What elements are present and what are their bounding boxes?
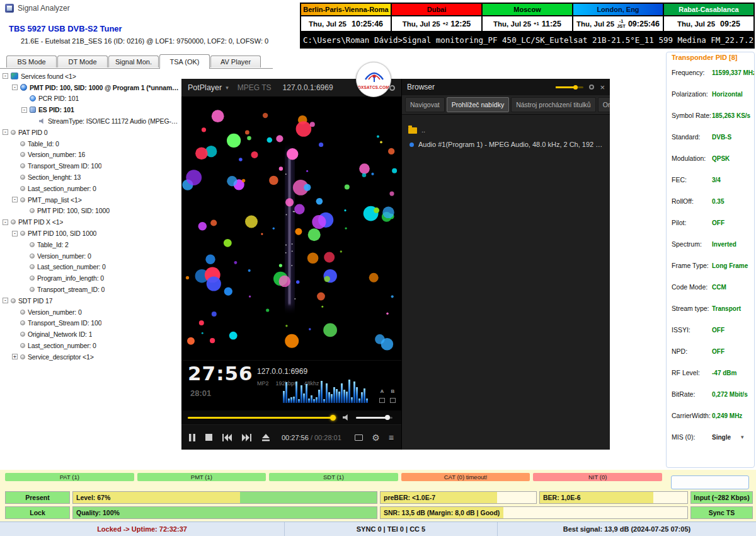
tab-av-player[interactable]: AV Player [210,55,261,67]
browser-audio-item[interactable]: Audio #1(Program 1) - MPEG Audio, 48.0 k… [408,138,604,151]
tree-node-icon [39,119,45,124]
tab-tsa-ok-[interactable]: TSA (OK) [159,54,210,69]
previous-button[interactable] [222,434,232,441]
browser-volume-slider[interactable] [556,86,583,88]
statusbar-best-signal: Best signal: 13,9 dB (2024-07-25 07:05) [498,522,756,536]
playlist-menu-icon[interactable]: ≡ [389,433,394,442]
tree-expander[interactable]: + [12,354,18,359]
folder-up-label: .. [421,126,425,134]
tree-node[interactable]: Version_number: 0 [3,306,181,318]
tree-node[interactable]: Version_number: 0 [3,250,181,262]
player-app-name[interactable]: PotPlayer [188,83,222,92]
tree-expander[interactable]: - [12,197,18,202]
tree-node-icon [20,163,25,168]
tree-node[interactable]: Version_number: 16 [3,149,181,161]
tree-expander[interactable]: - [3,298,8,303]
transponder-label: CarrierWidth: [672,412,712,419]
tab-signal-mon-[interactable]: Signal Mon. [108,55,159,67]
volume-knob[interactable] [385,415,390,420]
clock-datetime: Thu, Jul 25 10:25:46 [301,16,391,31]
tree-expander[interactable]: - [12,84,18,90]
chevron-down-icon[interactable]: ▾ [226,84,229,91]
tree-node-label: Transport_Stream ID: 100 [28,162,101,170]
tree-node[interactable]: Table_Id: 2 [3,239,181,250]
fullscreen-icon[interactable] [390,398,396,403]
browser-tab[interactable]: Navigovat [405,97,445,112]
dropdown-arrow-icon[interactable]: ▾ [741,434,744,440]
next-button[interactable] [242,434,251,441]
stop-button[interactable] [205,434,212,441]
world-clock-panel: Berlin-Paris-Vienna-Roma Thu, Jul 25 10:… [300,3,755,49]
tree-node[interactable]: Last_section_number: 0 [3,262,181,273]
b-chip-icon[interactable]: B [391,389,395,394]
tree-expander[interactable]: - [3,73,8,79]
pin-icon[interactable] [389,85,395,91]
tree-expander[interactable]: - [3,129,8,135]
dxsatcs-logo: DXSATCS.COM [356,62,391,97]
folder-up-row[interactable]: .. [408,124,604,136]
tree-node[interactable]: - PAT PID 0 [3,127,181,138]
status-meter: SNR: 13,5 dB (Margin: 8,0 dB | Good) [380,506,688,519]
eject-button[interactable] [261,434,270,441]
video-output-icon[interactable] [355,434,363,441]
a-chip-icon[interactable]: A [381,389,384,394]
tree-node[interactable]: - PMT PID 100, SID 1000 [3,228,181,239]
status-flag-label: Sync TS [709,509,735,516]
tree-node[interactable]: Transport_stream_ID: 0 [3,284,181,295]
tree-node-label: StreamType: ISO/IEC 11172 Audio (MPEG-1)… [48,117,181,125]
tree-node[interactable]: Transport_Stream ID: 100 [3,318,181,329]
browser-tab[interactable]: Prohlížeč nabídky [447,97,509,112]
browser-titlebar[interactable]: Browser × [402,79,610,95]
tree-node[interactable]: Last_section_number: 0 [3,183,181,194]
transponder-row: Polarization: Horizontal [672,83,749,105]
tree-expander[interactable]: - [3,219,8,225]
clock-date: Thu, Jul 25 [309,20,346,28]
seek-bar[interactable] [188,417,336,419]
tree-node-icon [30,242,35,247]
clock-utc-offset: +2 [443,21,449,26]
status-flag: Input (~282 Kbps) [690,491,753,504]
pause-button[interactable] [189,434,195,441]
browser-tab[interactable]: Nástroj procházení titulků [511,97,595,112]
transponder-row[interactable]: MIS (0): Single ▾ [672,426,749,448]
display-mode-icon[interactable] [379,398,385,403]
tree-node[interactable]: + Service_descriptor <1> [3,351,181,363]
close-icon[interactable]: × [600,83,605,91]
tree-node[interactable]: - PMT PID X <1> [3,216,181,228]
tree-node[interactable]: Last_section_number: 0 [3,340,181,351]
tree-node[interactable]: Table_Id: 0 [3,138,181,149]
tree-node[interactable]: - Services found <1> [3,71,181,82]
tree-node[interactable]: - SDT PID 17 [3,295,181,306]
player-visualization[interactable] [181,96,401,360]
tree-node[interactable]: Original_Network ID: 1 [3,329,181,340]
transponder-label: Pilot: [672,219,712,226]
pin-icon[interactable] [589,84,594,90]
tree-node[interactable]: - PMT PID: 100, SID: 1000 @ Program 1 (*… [3,82,181,93]
clock-utc-offset: +1 [534,21,539,26]
terminal-line[interactable]: C:\Users\Roman Dávid>Signal monitoring_P… [301,32,753,47]
status-meter: BER: 1,0E-6 [539,491,688,504]
tree-node-icon [20,320,25,325]
browser-items: Audio #1(Program 1) - MPEG Audio, 48.0 k… [408,138,604,151]
tree-node[interactable]: PMT PID: 100, SID: 1000 [3,206,181,217]
tree-expander[interactable]: - [12,231,18,236]
tree-node[interactable]: Program_info_length: 0 [3,272,181,284]
transponder-value: 0,272 Mbit/s [712,391,748,398]
volume-slider[interactable] [356,417,392,419]
tree-node[interactable]: StreamType: ISO/IEC 11172 Audio (MPEG-1)… [3,115,181,127]
tree-node[interactable]: PCR PID: 101 [3,93,181,105]
tab-bs-mode[interactable]: BS Mode [6,55,57,67]
volume-icon[interactable] [343,414,350,421]
transponder-footer-button[interactable] [671,475,749,489]
browser-tab[interactable]: Online... [598,97,610,112]
seek-knob[interactable] [330,415,336,421]
gear-icon[interactable]: ⚙ [372,433,380,442]
tree-node[interactable]: - PMT_map_list <1> [3,194,181,206]
tree-node[interactable]: - ES PID: 101 [3,104,181,115]
tree-node-icon [30,253,35,259]
tab-dt-mode[interactable]: DT Mode [57,55,108,67]
statusbar-sync-counters: SYNC 0 | TEI 0 | CC 5 [285,522,498,536]
tree-node[interactable]: Transport_Stream ID: 100 [3,160,181,172]
tree-expander[interactable]: - [21,107,27,113]
tree-node[interactable]: Section_lenght: 13 [3,172,181,183]
